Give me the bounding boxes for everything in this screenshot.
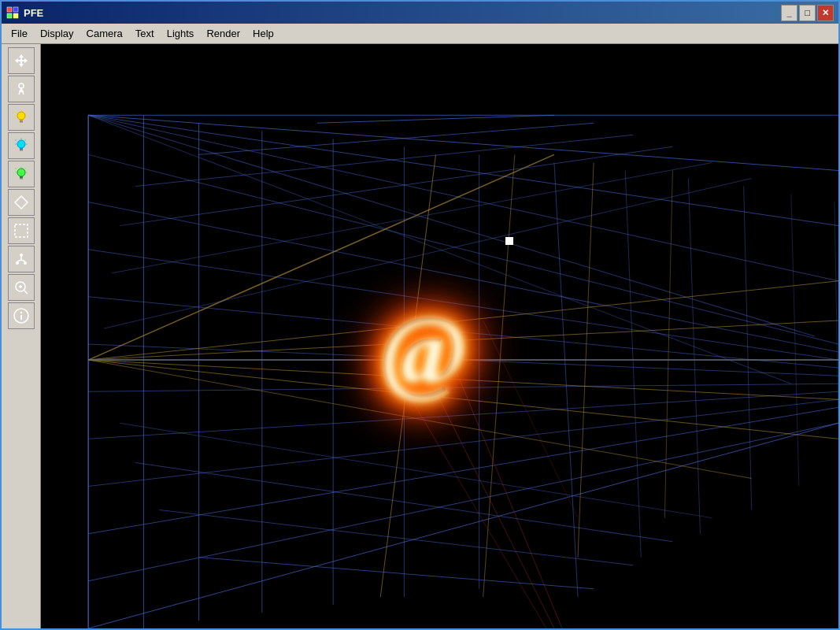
svg-line-30 <box>15 169 16 169</box>
svg-point-16 <box>17 140 25 148</box>
menu-bar: File Display Camera Text Lights Render H… <box>2 24 838 44</box>
window-title: PFE <box>24 7 781 19</box>
minimize-button[interactable]: _ <box>781 5 797 21</box>
window-controls: _ □ ✕ <box>781 5 834 21</box>
svg-rect-10 <box>20 121 23 123</box>
svg-rect-0 <box>7 7 12 12</box>
svg-rect-1 <box>13 7 18 12</box>
svg-rect-2 <box>7 13 12 18</box>
svg-rect-18 <box>20 150 23 151</box>
svg-line-39 <box>21 260 25 261</box>
diamond-tool[interactable] <box>8 189 35 216</box>
move-tool[interactable] <box>8 47 35 74</box>
zoom-tool[interactable] <box>8 274 35 301</box>
svg-line-38 <box>17 260 21 261</box>
selection-square <box>505 237 513 245</box>
light-green-tool[interactable] <box>8 161 35 187</box>
title-bar: PFE _ □ ✕ <box>2 2 838 24</box>
svg-rect-25 <box>20 176 23 178</box>
menu-render[interactable]: Render <box>200 26 246 41</box>
svg-line-14 <box>15 112 16 113</box>
svg-line-20 <box>24 140 25 141</box>
svg-rect-9 <box>20 120 23 121</box>
main-area: @ <box>2 44 838 628</box>
3d-viewport[interactable]: @ <box>41 44 838 628</box>
menu-help[interactable]: Help <box>246 26 280 41</box>
svg-rect-17 <box>20 148 23 150</box>
svg-line-28 <box>24 169 25 169</box>
main-window: PFE _ □ ✕ File Display Camera Text Light… <box>0 0 840 630</box>
close-button[interactable]: ✕ <box>817 5 834 21</box>
at-symbol-object: @ <box>380 303 468 399</box>
maximize-button[interactable]: □ <box>799 5 816 21</box>
menu-camera[interactable]: Camera <box>80 26 129 41</box>
app-icon <box>6 6 19 19</box>
region-select-tool[interactable] <box>8 217 35 244</box>
svg-rect-33 <box>15 224 28 237</box>
svg-line-22 <box>15 140 16 141</box>
svg-line-41 <box>24 291 28 295</box>
info-tool[interactable] <box>8 302 35 329</box>
fork-tool[interactable] <box>8 246 35 272</box>
svg-line-12 <box>24 112 25 113</box>
svg-point-45 <box>20 312 21 313</box>
svg-rect-46 <box>20 315 22 320</box>
svg-point-34 <box>20 254 23 257</box>
svg-point-24 <box>17 169 25 176</box>
light-yellow-tool[interactable] <box>8 104 35 131</box>
svg-point-36 <box>24 261 27 265</box>
svg-marker-32 <box>15 196 28 209</box>
svg-rect-3 <box>13 13 18 18</box>
select-tool[interactable] <box>8 76 35 102</box>
light-cyan-tool[interactable] <box>8 132 35 159</box>
menu-text[interactable]: Text <box>129 26 161 41</box>
menu-file[interactable]: File <box>5 26 34 41</box>
menu-display[interactable]: Display <box>34 26 80 41</box>
svg-rect-26 <box>20 178 23 180</box>
svg-point-35 <box>16 261 19 265</box>
menu-lights[interactable]: Lights <box>161 26 201 41</box>
svg-point-4 <box>19 83 24 88</box>
left-toolbar <box>2 44 41 628</box>
svg-point-8 <box>17 112 25 120</box>
